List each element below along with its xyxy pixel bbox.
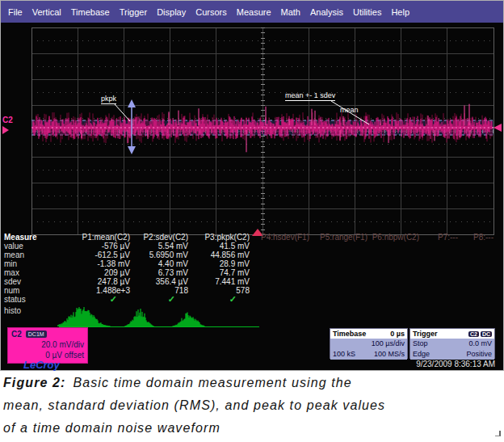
- menu-item-help[interactable]: Help: [391, 7, 410, 17]
- trigger-type: Edge: [413, 349, 430, 360]
- measure-cell: [250, 259, 309, 268]
- measure-cell: 247.8 µV: [52, 277, 130, 286]
- trigger-title: Trigger: [413, 329, 438, 339]
- sdev-band: [32, 120, 494, 135]
- measure-cell: 7.441 mV: [188, 277, 250, 286]
- trace-markers: [2, 124, 502, 236]
- measure-cell: 28.9 mV: [188, 259, 250, 268]
- pkpk-arrow: [128, 99, 136, 154]
- oscilloscope-screen: FileVerticalTimebaseTriggerDisplayCursor…: [0, 0, 504, 371]
- menu-item-utilities[interactable]: Utilities: [353, 7, 381, 17]
- menu-item-trigger[interactable]: Trigger: [120, 7, 147, 17]
- measure-row-label: mean: [4, 250, 52, 259]
- histogram-traces: [57, 307, 259, 327]
- measure-cell: [309, 242, 368, 250]
- measure-row-label: num: [4, 286, 52, 295]
- channel-zero-marker: [2, 126, 9, 134]
- measure-cell: [250, 268, 309, 277]
- menu-item-cursors[interactable]: Cursors: [195, 7, 227, 17]
- menu-item-timebase[interactable]: Timebase: [71, 7, 110, 17]
- menu-item-vertical[interactable]: Vertical: [32, 7, 61, 17]
- menu-item-file[interactable]: File: [8, 7, 23, 17]
- measure-cell: [368, 277, 419, 286]
- figure-label: Figure 2:: [3, 376, 65, 389]
- measure-cell: [309, 268, 368, 277]
- measure-cell: 5.6950 mV: [130, 250, 188, 259]
- measure-cell: [309, 277, 368, 286]
- measure-cell: [309, 259, 368, 268]
- channel-scale: 20.0 mV/div: [11, 339, 84, 350]
- page: FileVerticalTimebaseTriggerDisplayCursor…: [0, 0, 504, 442]
- graticule: [32, 27, 494, 234]
- mean-sdev-annotation: mean +- 1 sdev: [285, 91, 335, 99]
- measure-cell: [419, 268, 458, 277]
- mean-annotation: mean: [340, 106, 359, 114]
- menu-item-measure[interactable]: Measure: [237, 7, 271, 17]
- measure-column-header[interactable]: P5:range(F1): [309, 233, 368, 242]
- measure-cell: [419, 250, 458, 259]
- measure-cell: [309, 250, 368, 259]
- trigger-panel[interactable]: Trigger C2DC Stop 0.0 mV Edge Positive: [410, 328, 495, 359]
- measure-cell: 718: [130, 286, 188, 295]
- menu-item-math[interactable]: Math: [281, 7, 300, 17]
- measure-cell: -576 µV: [52, 242, 130, 250]
- noise-trace-c2: [32, 104, 494, 153]
- measure-cell: [458, 286, 494, 295]
- measure-cell: [368, 242, 419, 250]
- menu-item-display[interactable]: Display: [157, 7, 186, 17]
- measure-cell: -1.38 mV: [52, 259, 130, 268]
- measure-cell: [368, 259, 419, 268]
- measure-cell: [309, 286, 368, 295]
- measure-cell: [250, 277, 309, 286]
- status-check: [458, 295, 494, 304]
- measure-cell: [458, 250, 494, 259]
- measure-cell: [419, 286, 458, 295]
- measure-cell: 5.54 mV: [130, 242, 188, 250]
- measure-column-header[interactable]: P8:---: [458, 233, 494, 242]
- measure-cell: 6.73 mV: [130, 268, 188, 277]
- status-check: [368, 295, 419, 304]
- measure-cell: -612.5 µV: [52, 250, 130, 259]
- measure-column-header[interactable]: P2:sdev(C2): [130, 233, 188, 242]
- measure-column-header[interactable]: P1:mean(C2): [52, 233, 130, 242]
- measure-cell: [458, 268, 494, 277]
- measure-cell: [458, 259, 494, 268]
- measure-cell: 74.7 mV: [188, 268, 250, 277]
- caption-line-2: mean, standard deviation (RMS), and peak…: [3, 398, 385, 412]
- trigger-mode: Stop: [413, 339, 428, 349]
- trigger-coupling-badge: DC: [481, 331, 492, 337]
- measure-table: MeasureP1:mean(C2)P2:sdev(C2)P3:pkpk(C2)…: [4, 233, 494, 304]
- measure-cell: 578: [188, 286, 250, 295]
- measure-cell: [419, 242, 458, 250]
- caption-line-1: Basic time domain measurement using the: [73, 376, 351, 389]
- measure-cell: [250, 242, 309, 250]
- caption-line-3: of a time domain noise waveform: [3, 421, 220, 435]
- menu-item-analysis[interactable]: Analysis: [310, 7, 343, 17]
- trigger-source-badge: C2: [468, 331, 479, 337]
- status-check: [309, 295, 368, 304]
- trigger-level: 0.0 mV: [468, 339, 492, 349]
- timebase-panel[interactable]: Timebase 0 µs 100 µs/div 100 kS 100 MS/s: [330, 328, 408, 359]
- measure-column-header[interactable]: P3:pkpk(C2): [188, 233, 250, 242]
- measure-cell: 209 µV: [52, 268, 130, 277]
- measure-column-header[interactable]: P7:---: [419, 233, 458, 242]
- timebase-samples: 100 kS: [333, 349, 355, 360]
- measure-cell: [250, 286, 309, 295]
- measure-cell: [419, 277, 458, 286]
- measure-row-label: sdev: [4, 277, 52, 286]
- waveform-plot: [1, 1, 504, 372]
- measure-cell: 4.40 mV: [130, 259, 188, 268]
- measure-cell: 356.4 µV: [130, 277, 188, 286]
- measure-cell: [458, 242, 494, 250]
- measure-column-header[interactable]: P6:nbpw(C2): [368, 233, 419, 242]
- measure-cell: [419, 259, 458, 268]
- status-check: ✓: [188, 295, 250, 304]
- histo-row-label: histo: [4, 306, 21, 315]
- trigger-level-marker: [494, 124, 502, 132]
- measure-column-header[interactable]: P4:hsdev(F1): [250, 233, 309, 242]
- mean-sdev-annotation-label: mean +- 1 sdev: [285, 91, 335, 101]
- channel-axis-label: C2: [2, 116, 13, 124]
- measure-cell: [250, 250, 309, 259]
- annotation-callouts: [115, 101, 369, 124]
- pkpk-annotation: pkpk: [101, 95, 116, 103]
